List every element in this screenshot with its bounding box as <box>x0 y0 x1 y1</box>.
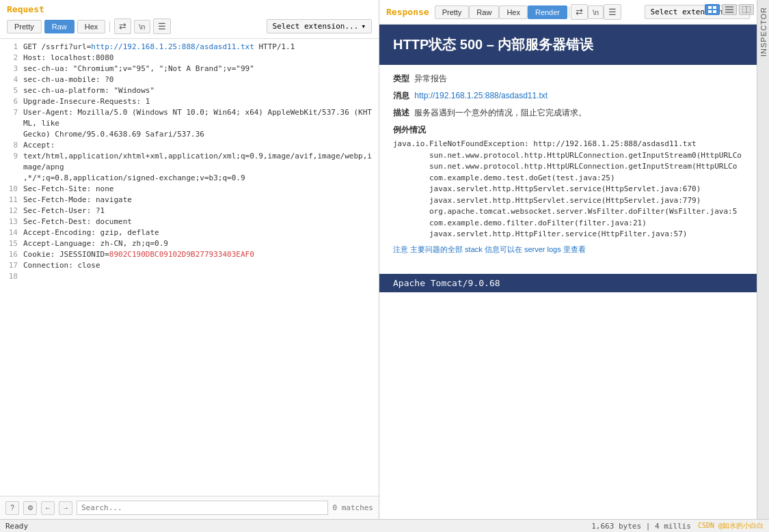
stacktrace-line-8: com.example.demo.filter.doFilter(filter.… <box>393 218 743 229</box>
type-value: 异常报告 <box>414 74 447 83</box>
request-line-17: 17 Connection: close <box>0 260 379 271</box>
tab-resp-render[interactable]: Render <box>528 5 567 19</box>
resp-newline-icon[interactable]: \n <box>588 5 604 19</box>
newline-icon-btn[interactable]: \n <box>134 20 150 33</box>
back-icon-btn[interactable]: ← <box>41 501 55 515</box>
request-toolbar: Pretty Raw Hex ⇄ \n ☰ Select extension..… <box>7 18 372 34</box>
stacktrace-line-2: sun.net.www.protocol.http.HttpURLConnect… <box>393 150 743 162</box>
transfer-icon-btn[interactable]: ⇄ <box>114 18 131 34</box>
response-panel: Response Pretty Raw Hex Render ⇄ \n ☰ Se… <box>379 0 757 519</box>
inspector-label: INSPECTOR <box>758 0 769 64</box>
message-value: http://192.168.1.25:888/asdasd11.txt <box>414 91 548 100</box>
tab-resp-raw[interactable]: Raw <box>469 5 499 19</box>
desc-label: 描述 <box>393 108 409 117</box>
separator <box>109 21 110 32</box>
stacktrace-header: 例外情况 <box>393 124 743 136</box>
request-header: Request Pretty Raw Hex ⇄ \n ☰ Select ext… <box>0 0 379 39</box>
error-desc-section: 描述 服务器遇到一个意外的情况，阻止它完成请求。 <box>393 107 743 119</box>
tab-hex[interactable]: Hex <box>77 20 106 33</box>
grid-icon <box>708 6 716 13</box>
split-icon <box>742 6 751 13</box>
response-title: Response <box>386 7 429 17</box>
request-content: 1 GET /ssrfi?url=http://192.168.1.25:888… <box>0 39 379 496</box>
stacktrace-line-5: javax.servlet.http.HttpServlet.service(H… <box>393 184 743 195</box>
request-line-10: 10 Sec-Fetch-Site: none <box>0 184 379 195</box>
watermark: CSDN @如水的小白白 <box>698 521 764 531</box>
menu-icon-btn[interactable]: ☰ <box>153 18 171 34</box>
response-header: Response Pretty Raw Hex Render ⇄ \n ☰ Se… <box>379 0 757 25</box>
request-line-16: 16 Cookie: JSESSIONID=8902C190DBC09102D9… <box>0 249 379 260</box>
svg-rect-4 <box>725 6 733 8</box>
request-line-7b: Gecko) Chrome/95.0.4638.69 Safari/537.36 <box>0 129 379 140</box>
http-error-title: HTTP状态 500 – 内部服务器错误 <box>393 36 743 54</box>
stacktrace-line-3: sun.net.www.protocol.http.HttpURLConnect… <box>393 161 743 173</box>
request-line-7: 7 User-Agent: Mozilla/5.0 (Windows NT 10… <box>0 107 379 129</box>
list-icon <box>725 6 733 13</box>
view-icon-list[interactable] <box>722 4 737 15</box>
request-line-9: 9 text/html,application/xhtml+xml,applic… <box>0 151 379 173</box>
tomcat-footer: Apache Tomcat/9.0.68 <box>379 274 757 292</box>
request-line-15: 15 Accept-Language: zh-CN, zh;q=0.9 <box>0 238 379 249</box>
view-icons-area <box>705 4 754 15</box>
request-line-1: 1 GET /ssrfi?url=http://192.168.1.25:888… <box>0 42 379 53</box>
svg-rect-1 <box>713 6 716 9</box>
request-footer: ? ⚙ ← → 0 matches <box>0 496 379 519</box>
http-error-header: HTTP状态 500 – 内部服务器错误 <box>379 25 757 65</box>
request-line-13: 13 Sec-Fetch-Dest: document <box>0 216 379 227</box>
request-line-5: 5 sec-ch-ua-platform: "Windows" <box>0 85 379 96</box>
help-icon-btn[interactable]: ? <box>5 501 19 515</box>
desc-value: 服务器遇到一个意外的情况，阻止它完成请求。 <box>414 108 586 117</box>
request-panel: Request Pretty Raw Hex ⇄ \n ☰ Select ext… <box>0 0 379 519</box>
svg-rect-3 <box>713 10 716 13</box>
tomcat-version: Apache Tomcat/9.0.68 <box>393 278 500 288</box>
svg-rect-0 <box>708 6 712 9</box>
search-input[interactable] <box>77 501 328 515</box>
tab-pretty[interactable]: Pretty <box>7 20 42 33</box>
request-line-9b: ,*/*;q=0.8,application/signed-exchange;v… <box>0 173 379 184</box>
stacktrace-line-7: org.apache.tomcat.websocket.server.WsFil… <box>393 206 743 218</box>
view-icon-split[interactable] <box>739 4 754 15</box>
request-line-4: 4 sec-ch-ua-mobile: ?0 <box>0 74 379 85</box>
status-ready: Ready <box>5 522 28 531</box>
svg-rect-6 <box>725 12 733 13</box>
request-line-14: 14 Accept-Encoding: gzip, deflate <box>0 227 379 238</box>
select-extension-req[interactable]: Select extension... ▾ <box>267 19 372 33</box>
request-line-12: 12 Sec-Fetch-User: ?1 <box>0 206 379 216</box>
settings-icon-btn[interactable]: ⚙ <box>23 501 37 515</box>
stacktrace-section: 例外情况 java.io.FileNotFoundException: http… <box>393 124 743 255</box>
request-line-8: 8 Accept: <box>0 140 379 151</box>
request-line-2: 2 Host: localhost:8080 <box>0 53 379 64</box>
request-line-6: 6 Upgrade-Insecure-Requests: 1 <box>0 96 379 107</box>
tab-resp-pretty[interactable]: Pretty <box>435 5 470 19</box>
stacktrace-content: java.io.FileNotFoundException: http://19… <box>393 139 743 240</box>
match-count: 0 matches <box>332 503 373 512</box>
status-size: 1,663 bytes | 4 millis <box>591 522 691 531</box>
status-bar: Ready 1,663 bytes | 4 millis CSDN @如水的小白… <box>0 519 769 532</box>
status-right: 1,663 bytes | 4 millis CSDN @如水的小白白 <box>591 521 764 531</box>
response-content: HTTP状态 500 – 内部服务器错误 类型 异常报告 消息 http://1… <box>379 25 757 519</box>
request-line-11: 11 Sec-Fetch-Mode: navigate <box>0 195 379 206</box>
stacktrace-line-1: java.io.FileNotFoundException: http://19… <box>393 139 743 150</box>
resp-separator <box>569 7 569 18</box>
inspector-sidebar: INSPECTOR <box>757 0 769 519</box>
error-body: 类型 异常报告 消息 http://192.168.1.25:888/asdas… <box>379 65 757 268</box>
stacktrace-note: 注意 主要问题的全部 stack 信息可以在 server logs 里查看 <box>393 244 743 255</box>
request-line-18: 18 <box>0 271 379 282</box>
svg-rect-5 <box>725 9 733 10</box>
svg-rect-2 <box>708 10 712 13</box>
view-icon-grid[interactable] <box>705 4 720 15</box>
stacktrace-line-4: com.example.demo.test.doGet(test.java:25… <box>393 173 743 184</box>
tab-resp-hex[interactable]: Hex <box>499 5 528 19</box>
resp-menu-icon[interactable]: ☰ <box>604 4 621 20</box>
request-line-3: 3 sec-ch-ua: "Chromium";v="95", ";Not A … <box>0 64 379 74</box>
message-label: 消息 <box>393 91 409 100</box>
request-title: Request <box>7 4 372 14</box>
error-message-section: 消息 http://192.168.1.25:888/asdasd11.txt <box>393 90 743 102</box>
resp-transfer-icon[interactable]: ⇄ <box>571 4 588 20</box>
tab-raw[interactable]: Raw <box>44 20 75 33</box>
stacktrace-line-6: javax.servlet.http.HttpServlet.service(H… <box>393 195 743 207</box>
error-type-section: 类型 异常报告 <box>393 73 743 85</box>
forward-icon-btn[interactable]: → <box>59 501 72 515</box>
stacktrace-line-9: javax.servlet.http.HttpFilter.service(Ht… <box>393 229 743 240</box>
type-label: 类型 <box>393 74 409 83</box>
